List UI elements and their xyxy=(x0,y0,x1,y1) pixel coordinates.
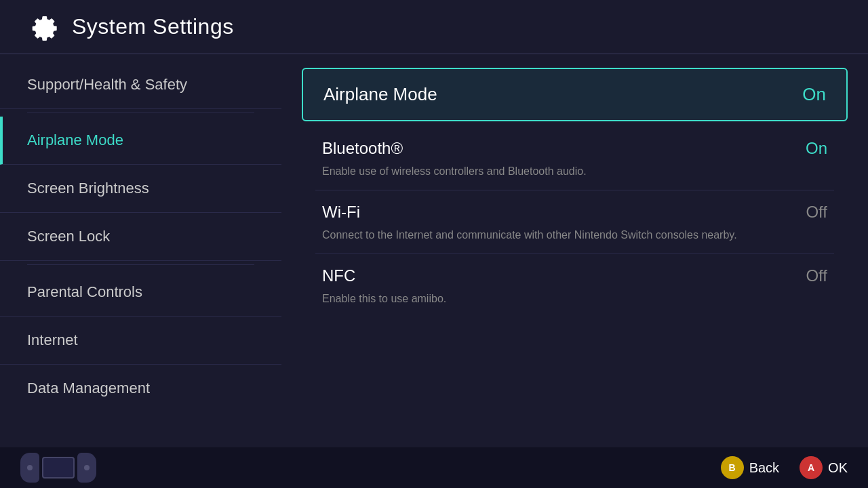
airplane-mode-value: On xyxy=(802,84,826,105)
bluetooth-value: On xyxy=(806,139,827,158)
wifi-description: Connect to the Internet and communicate … xyxy=(322,227,827,243)
nfc-item[interactable]: NFC Off Enable this to use amiibo. xyxy=(315,254,834,317)
sidebar-separator-1 xyxy=(27,113,254,113)
joycon-right-dot xyxy=(84,465,90,470)
sidebar-item-airplane[interactable]: Airplane Mode xyxy=(0,117,281,165)
controller-icon xyxy=(20,453,96,483)
ok-button[interactable]: A OK xyxy=(800,456,848,479)
sidebar-separator-2 xyxy=(27,264,254,265)
wifi-header: Wi-Fi Off xyxy=(322,203,827,222)
b-button-label: B xyxy=(729,462,736,473)
gear-icon xyxy=(27,11,60,43)
main-layout: Support/Health & Safety Airplane Mode Sc… xyxy=(0,54,868,461)
nfc-header: NFC Off xyxy=(322,266,827,285)
switch-screen xyxy=(42,457,75,479)
airplane-mode-label: Airplane Mode xyxy=(323,84,437,105)
header: System Settings xyxy=(0,0,868,54)
nfc-description: Enable this to use amiibo. xyxy=(322,291,827,307)
sidebar-item-datamanagement[interactable]: Data Management xyxy=(0,365,281,412)
nfc-label: NFC xyxy=(322,266,355,285)
nav-buttons: B Back A OK xyxy=(721,456,848,479)
sidebar-item-screenlock[interactable]: Screen Lock xyxy=(0,213,281,261)
bluetooth-item[interactable]: Bluetooth® On Enable use of wireless con… xyxy=(315,127,834,190)
a-button-label: A xyxy=(808,462,814,473)
joycon-left xyxy=(20,453,39,483)
bluetooth-label: Bluetooth® xyxy=(322,139,403,158)
wifi-item[interactable]: Wi-Fi Off Connect to the Internet and co… xyxy=(315,190,834,254)
back-label: Back xyxy=(749,460,779,476)
page-title: System Settings xyxy=(72,14,234,39)
sidebar: Support/Health & Safety Airplane Mode Sc… xyxy=(0,54,281,461)
bluetooth-header: Bluetooth® On xyxy=(322,139,827,158)
back-button[interactable]: B Back xyxy=(721,456,779,479)
sidebar-item-internet[interactable]: Internet xyxy=(0,317,281,365)
joycon-left-dot xyxy=(27,465,33,470)
content-area: Airplane Mode On Bluetooth® On Enable us… xyxy=(281,54,868,461)
ok-label: OK xyxy=(828,460,848,476)
sidebar-item-brightness[interactable]: Screen Brightness xyxy=(0,165,281,213)
joycon-right xyxy=(77,453,96,483)
nfc-value: Off xyxy=(806,266,827,285)
sidebar-item-parental[interactable]: Parental Controls xyxy=(0,268,281,317)
bluetooth-description: Enable use of wireless controllers and B… xyxy=(322,163,827,180)
airplane-mode-row[interactable]: Airplane Mode On xyxy=(302,68,848,121)
wifi-label: Wi-Fi xyxy=(322,203,360,222)
sidebar-item-support[interactable]: Support/Health & Safety xyxy=(0,61,281,109)
a-button-circle: A xyxy=(800,456,823,479)
bottom-bar: B Back A OK xyxy=(0,447,868,488)
b-button-circle: B xyxy=(721,456,744,479)
wifi-value: Off xyxy=(806,203,827,222)
sub-items-container: Bluetooth® On Enable use of wireless con… xyxy=(302,127,848,317)
